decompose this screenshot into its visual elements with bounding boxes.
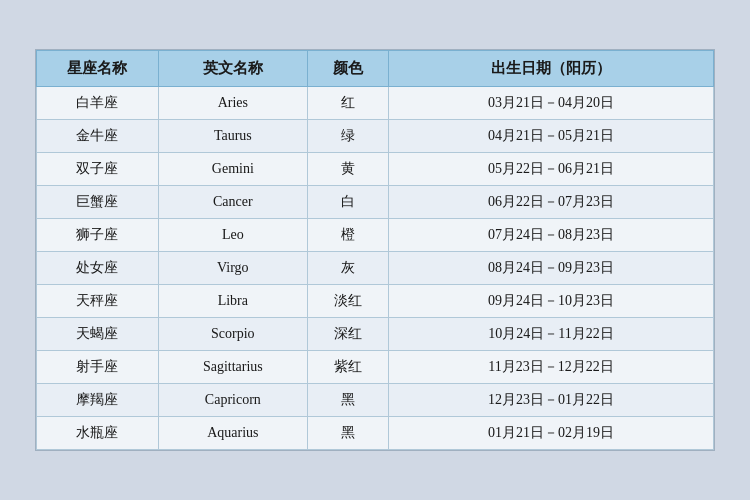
cell-zh-name: 水瓶座 [37,417,159,450]
cell-en-name: Sagittarius [158,351,307,384]
table-row: 射手座Sagittarius紫红11月23日－12月22日 [37,351,714,384]
cell-en-name: Leo [158,219,307,252]
cell-en-name: Libra [158,285,307,318]
cell-en-name: Scorpio [158,318,307,351]
cell-date: 11月23日－12月22日 [389,351,714,384]
cell-date: 06月22日－07月23日 [389,186,714,219]
cell-zh-name: 白羊座 [37,87,159,120]
table-row: 水瓶座Aquarius黑01月21日－02月19日 [37,417,714,450]
header-date: 出生日期（阳历） [389,51,714,87]
cell-en-name: Aquarius [158,417,307,450]
header-zh-name: 星座名称 [37,51,159,87]
cell-color: 绿 [307,120,388,153]
cell-date: 01月21日－02月19日 [389,417,714,450]
table-row: 天蝎座Scorpio深红10月24日－11月22日 [37,318,714,351]
cell-zh-name: 金牛座 [37,120,159,153]
cell-date: 05月22日－06月21日 [389,153,714,186]
table-body: 白羊座Aries红03月21日－04月20日金牛座Taurus绿04月21日－0… [37,87,714,450]
cell-zh-name: 天蝎座 [37,318,159,351]
cell-zh-name: 双子座 [37,153,159,186]
table-row: 处女座Virgo灰08月24日－09月23日 [37,252,714,285]
cell-color: 橙 [307,219,388,252]
cell-color: 黄 [307,153,388,186]
cell-date: 10月24日－11月22日 [389,318,714,351]
table-row: 双子座Gemini黄05月22日－06月21日 [37,153,714,186]
table-row: 摩羯座Capricorn黑12月23日－01月22日 [37,384,714,417]
cell-en-name: Gemini [158,153,307,186]
table-row: 巨蟹座Cancer白06月22日－07月23日 [37,186,714,219]
cell-date: 03月21日－04月20日 [389,87,714,120]
cell-color: 红 [307,87,388,120]
cell-en-name: Virgo [158,252,307,285]
cell-color: 白 [307,186,388,219]
cell-zh-name: 摩羯座 [37,384,159,417]
cell-color: 深红 [307,318,388,351]
cell-en-name: Taurus [158,120,307,153]
cell-zh-name: 射手座 [37,351,159,384]
cell-date: 12月23日－01月22日 [389,384,714,417]
table-header-row: 星座名称 英文名称 颜色 出生日期（阳历） [37,51,714,87]
cell-date: 08月24日－09月23日 [389,252,714,285]
table-row: 金牛座Taurus绿04月21日－05月21日 [37,120,714,153]
cell-color: 紫红 [307,351,388,384]
cell-color: 黑 [307,417,388,450]
cell-en-name: Capricorn [158,384,307,417]
cell-date: 09月24日－10月23日 [389,285,714,318]
cell-color: 淡红 [307,285,388,318]
cell-color: 黑 [307,384,388,417]
table-row: 天秤座Libra淡红09月24日－10月23日 [37,285,714,318]
cell-date: 07月24日－08月23日 [389,219,714,252]
cell-color: 灰 [307,252,388,285]
cell-zh-name: 天秤座 [37,285,159,318]
cell-date: 04月21日－05月21日 [389,120,714,153]
zodiac-table-container: 星座名称 英文名称 颜色 出生日期（阳历） 白羊座Aries红03月21日－04… [35,49,715,451]
zodiac-table: 星座名称 英文名称 颜色 出生日期（阳历） 白羊座Aries红03月21日－04… [36,50,714,450]
header-color: 颜色 [307,51,388,87]
cell-zh-name: 狮子座 [37,219,159,252]
header-en-name: 英文名称 [158,51,307,87]
cell-en-name: Cancer [158,186,307,219]
cell-en-name: Aries [158,87,307,120]
cell-zh-name: 处女座 [37,252,159,285]
table-row: 狮子座Leo橙07月24日－08月23日 [37,219,714,252]
cell-zh-name: 巨蟹座 [37,186,159,219]
table-row: 白羊座Aries红03月21日－04月20日 [37,87,714,120]
